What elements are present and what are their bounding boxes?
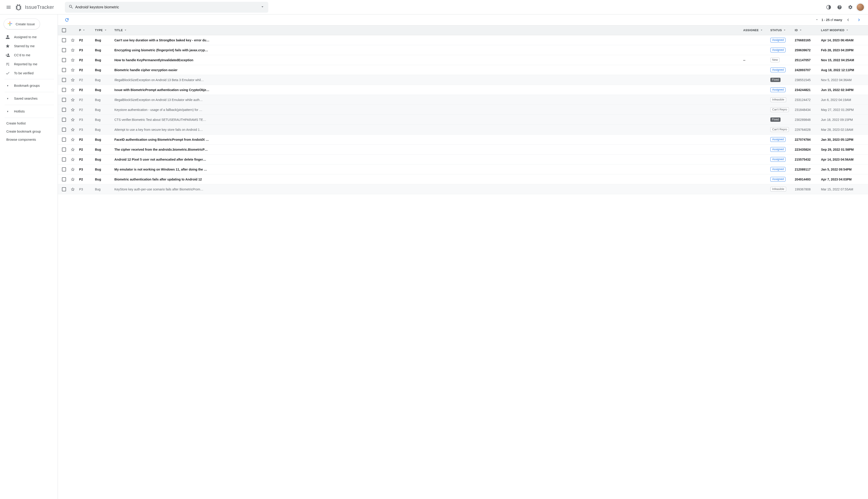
sidebar-group-saved-searches[interactable]: ▼Saved searches: [3, 94, 56, 104]
row-checkbox[interactable]: [62, 187, 66, 191]
cell-type: Bug: [95, 38, 115, 42]
row-checkbox[interactable]: [62, 177, 66, 181]
row-checkbox[interactable]: [62, 157, 66, 161]
status-chip: Assigned: [770, 38, 785, 42]
sidebar-link-create-bookmark-group[interactable]: Create bookmark group: [3, 127, 56, 135]
issue-row[interactable]: P3BugKeyStore key auth-per-use scenario …: [58, 184, 868, 194]
user-avatar[interactable]: [856, 3, 864, 11]
display-options-dropdown-icon[interactable]: [815, 18, 819, 22]
search-options-dropdown-icon[interactable]: [258, 4, 266, 10]
cell-type: Bug: [95, 168, 115, 171]
sidebar-group-hotlists[interactable]: ▼Hotlists: [3, 106, 56, 116]
column-last-modified[interactable]: LAST MODIFIED: [821, 28, 864, 33]
issue-row[interactable]: P3BugCTS verifier:Biometric Test about S…: [58, 115, 868, 125]
sidebar-item-assigned-to-me[interactable]: Assigned to me: [3, 33, 56, 41]
pager-next-icon[interactable]: [854, 15, 864, 25]
row-checkbox[interactable]: [62, 78, 66, 82]
product-name: IssueTracker: [25, 4, 54, 10]
issue-row[interactable]: P2BugCan't use key duration with a Stron…: [58, 35, 868, 45]
sidebar-item-cc-d-to-me[interactable]: CC'd to me: [3, 51, 56, 60]
row-checkbox[interactable]: [62, 167, 66, 171]
cell-priority: P2: [79, 78, 95, 82]
star-icon[interactable]: [71, 58, 75, 62]
issue-row[interactable]: P3BugEncrypting using biometric (fingerp…: [58, 45, 868, 55]
search-icon[interactable]: [67, 4, 75, 10]
issue-row[interactable]: P2BugFaceID authentication using Biometr…: [58, 135, 868, 145]
column-priority[interactable]: P: [79, 28, 95, 33]
row-checkbox[interactable]: [62, 88, 66, 92]
column-type[interactable]: TYPE: [95, 28, 115, 33]
sidebar-link-browse-components[interactable]: Browse components: [3, 135, 56, 144]
column-status[interactable]: STATUS: [770, 28, 795, 33]
row-checkbox[interactable]: [62, 58, 66, 62]
star-icon[interactable]: [71, 108, 75, 112]
sidebar-item-to-be-verified[interactable]: To be verified: [3, 69, 56, 78]
column-id[interactable]: ID: [795, 28, 821, 33]
cell-id: 227074784: [795, 138, 821, 142]
issue-row[interactable]: P2BugIssue with BiometricPrompt authenti…: [58, 85, 868, 95]
issue-row[interactable]: P2BugIllegalBlockSizeException on Androi…: [58, 95, 868, 105]
star-icon[interactable]: [71, 177, 75, 182]
cell-priority: P2: [79, 88, 95, 92]
sidebar-item-starred-by-me[interactable]: Starred by me: [3, 41, 56, 51]
star-icon[interactable]: [71, 187, 75, 192]
issue-row[interactable]: P2BugIllegalBlockSizeException on Androi…: [58, 75, 868, 85]
sidebar-group-label: Bookmark groups: [14, 84, 40, 87]
product-logo[interactable]: IssueTracker: [14, 3, 54, 11]
cell-title: Attempt to use a key from secure key sto…: [115, 128, 743, 132]
row-checkbox[interactable]: [62, 38, 66, 42]
hamburger-menu-icon[interactable]: [4, 2, 14, 12]
row-checkbox[interactable]: [62, 108, 66, 112]
star-icon[interactable]: [71, 147, 75, 152]
sidebar-item-reported-by-me[interactable]: Reported by me: [3, 60, 56, 69]
star-icon[interactable]: [71, 157, 75, 162]
row-checkbox[interactable]: [62, 127, 66, 132]
issue-row[interactable]: P2BugHow to handle KeyPermanentlyInvalid…: [58, 55, 868, 65]
row-checkbox[interactable]: [62, 118, 66, 122]
settings-icon[interactable]: [845, 2, 855, 12]
sidebar-link-create-hotlist[interactable]: Create hotlist: [3, 119, 56, 127]
cell-modified: Nov 15, 2022 04:25AM: [821, 58, 864, 62]
status-chip: Assigned: [770, 87, 785, 92]
issue-row[interactable]: P3BugMy emulator is not working on Windo…: [58, 165, 868, 174]
topbar: IssueTracker: [0, 0, 868, 14]
cell-id: 276683165: [795, 38, 821, 42]
cell-title: Biometric authentication fails after upd…: [115, 178, 743, 181]
help-icon[interactable]: [834, 2, 844, 12]
reload-icon[interactable]: [62, 15, 72, 25]
star-icon[interactable]: [71, 137, 75, 142]
theme-toggle-icon[interactable]: [824, 2, 834, 12]
issue-row[interactable]: P2BugKeystore authentication - usage of …: [58, 105, 868, 115]
search-box[interactable]: [65, 2, 268, 13]
column-title[interactable]: TITLE: [115, 28, 743, 33]
issue-row[interactable]: P2BugAndroid 12 Pixel 5 user not authenc…: [58, 155, 868, 165]
sidebar-group-bookmark-groups[interactable]: ▼Bookmark groups: [3, 81, 56, 90]
row-checkbox[interactable]: [62, 68, 66, 72]
issue-row[interactable]: P2BugBiometric handle cipher encryption …: [58, 65, 868, 75]
issue-row[interactable]: P2BugThe cipher received from the androi…: [58, 145, 868, 155]
row-checkbox[interactable]: [62, 137, 66, 142]
pager-prev-icon[interactable]: [843, 15, 853, 25]
cell-status: Assigned: [770, 68, 795, 72]
issue-row[interactable]: P2BugBiometric authentication fails afte…: [58, 174, 868, 184]
cell-modified: May 27, 2022 01:26PM: [821, 108, 864, 112]
star-icon[interactable]: [71, 68, 75, 72]
row-checkbox[interactable]: [62, 98, 66, 102]
row-checkbox[interactable]: [62, 147, 66, 151]
cell-status: Can't Repro: [770, 127, 795, 132]
star-icon[interactable]: [71, 118, 75, 122]
issue-row[interactable]: P3BugAttempt to use a key from secure ke…: [58, 125, 868, 135]
star-icon[interactable]: [71, 38, 75, 42]
search-input[interactable]: [75, 5, 258, 9]
star-icon[interactable]: [71, 167, 75, 172]
star-icon[interactable]: [71, 127, 75, 132]
select-all-checkbox[interactable]: [62, 28, 66, 32]
star-icon[interactable]: [71, 78, 75, 82]
star-icon[interactable]: [71, 48, 75, 52]
create-issue-label: Create Issue: [15, 22, 35, 26]
create-issue-button[interactable]: Create Issue: [4, 19, 40, 29]
column-assignee[interactable]: ASSIGNEE: [743, 28, 770, 33]
row-checkbox[interactable]: [62, 48, 66, 52]
star-icon[interactable]: [71, 88, 75, 92]
star-icon[interactable]: [71, 98, 75, 102]
